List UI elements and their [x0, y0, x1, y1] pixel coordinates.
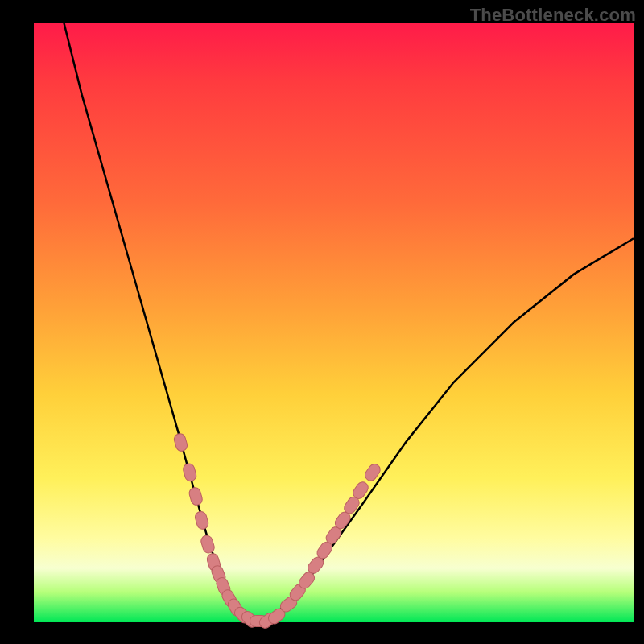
data-marker	[194, 510, 209, 530]
chart-frame: TheBottleneck.com	[0, 0, 644, 644]
data-marker	[200, 535, 216, 555]
bottleneck-curve	[64, 23, 634, 622]
marker-group	[173, 432, 382, 630]
data-marker	[188, 486, 204, 506]
data-marker	[173, 432, 188, 452]
data-marker	[182, 462, 197, 482]
chart-overlay-svg	[34, 23, 634, 622]
